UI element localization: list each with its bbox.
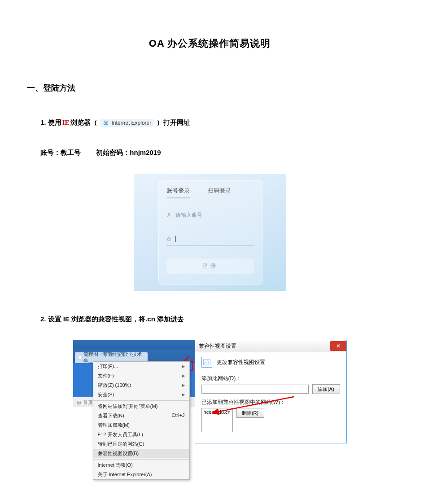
tools-menu: 打印(P)...文件(F)缩放(Z) (100%)安全(S) 将网站添加到“开始… bbox=[93, 361, 190, 480]
step-1-line: 1. 使用 IE 浏览器（ Internet Explorer ）打开网址 bbox=[40, 118, 393, 127]
menu-item-label: 将网站添加到“开始”菜单(M) bbox=[98, 403, 158, 410]
site-listbox[interactable]: hceb.edu.cn bbox=[201, 408, 233, 432]
menu-item-label: 兼容性视图设置(B) bbox=[98, 450, 139, 457]
tab-qr-login[interactable]: 扫码登录 bbox=[208, 187, 231, 198]
svg-point-2 bbox=[168, 213, 170, 215]
delete-button[interactable]: 删除(R) bbox=[236, 408, 264, 418]
login-card: 账号登录 扫码登录 请输入账号 登录 bbox=[158, 180, 262, 285]
page-icon bbox=[78, 355, 82, 360]
list-item[interactable]: hceb.edu.cn bbox=[204, 409, 231, 415]
svg-rect-3 bbox=[167, 238, 170, 241]
ie-icon bbox=[103, 120, 109, 126]
list-label: 已添加到兼容性视图中的网站(W)： bbox=[201, 399, 340, 406]
ie-badge: Internet Explorer bbox=[100, 119, 154, 127]
step1-prefix: 1. 使用 bbox=[40, 118, 61, 127]
menu-item[interactable]: 关于 Internet Explorer(A) bbox=[93, 470, 189, 479]
login-screenshot: 账号登录 扫码登录 请输入账号 登录 bbox=[134, 174, 286, 291]
lock-icon bbox=[166, 236, 172, 241]
submenu-arrow-icon bbox=[182, 373, 185, 379]
acct-label: 账号： bbox=[40, 149, 61, 156]
compat-figure: 流程图 - 海南经贸职业技术学... ⌂ ★ ◎ 首页 打印(P)...文件(F… bbox=[73, 340, 347, 443]
pwd-label: 初始密码： bbox=[96, 149, 130, 156]
menu-item-label: 缩放(Z) (100%) bbox=[98, 382, 131, 389]
menu-item-label: 管理加载项(M) bbox=[98, 422, 130, 429]
password-field[interactable] bbox=[166, 232, 254, 246]
ie-badge-text: Internet Explorer bbox=[112, 120, 152, 126]
menu-item[interactable]: 查看下载(N)Ctrl+J bbox=[93, 411, 189, 421]
compat-dialog: 兼容性视图设置 ✕ 更改兼容性视图设置 添加此网站(D)： 添加(A) 已添加到… bbox=[195, 340, 347, 443]
dialog-heading: 更改兼容性视图设置 bbox=[217, 359, 265, 366]
menu-item-label: 关于 Internet Explorer(A) bbox=[98, 471, 152, 478]
step-2-line: 2. 设置 IE 浏览器的兼容性视图，将.cn 添加进去 bbox=[40, 315, 393, 324]
dialog-titlebar: 兼容性视图设置 ✕ bbox=[195, 340, 346, 352]
add-site-label: 添加此网站(D)： bbox=[201, 375, 340, 382]
menu-accel: Ctrl+J bbox=[171, 412, 184, 419]
menu-item[interactable]: Internet 选项(O) bbox=[93, 460, 189, 470]
user-icon bbox=[166, 212, 172, 218]
menu-item[interactable]: 管理加载项(M) bbox=[93, 421, 189, 430]
username-field[interactable]: 请输入账号 bbox=[166, 208, 254, 222]
svg-rect-4 bbox=[78, 356, 81, 359]
menu-item[interactable]: 转到已固定的网站(G) bbox=[93, 439, 189, 449]
add-site-input[interactable] bbox=[201, 385, 309, 394]
dialog-title: 兼容性视图设置 bbox=[199, 342, 236, 350]
document-page: OA 办公系统操作简易说明 一、登陆方法 1. 使用 IE 浏览器（ Inter… bbox=[0, 0, 424, 504]
close-icon[interactable]: ✕ bbox=[330, 341, 346, 351]
menu-item-label: 查看下载(N) bbox=[98, 412, 124, 419]
menu-item[interactable]: 缩放(Z) (100%) bbox=[93, 381, 189, 390]
section-heading-1: 一、登陆方法 bbox=[27, 83, 393, 93]
submenu-arrow-icon bbox=[182, 391, 185, 398]
menu-item-label: 文件(F) bbox=[98, 373, 114, 379]
menu-item[interactable]: 文件(F) bbox=[93, 371, 189, 381]
menu-item[interactable]: 打印(P)... bbox=[93, 362, 189, 371]
svg-rect-7 bbox=[203, 359, 210, 365]
menu-item[interactable]: 安全(S) bbox=[93, 390, 189, 399]
ie-titlebar bbox=[73, 340, 195, 350]
menu-item[interactable]: F12 开发人员工具(L) bbox=[93, 430, 189, 439]
submenu-arrow-icon bbox=[182, 382, 185, 389]
submenu-arrow-icon bbox=[182, 363, 185, 370]
menu-item-label: Internet 选项(O) bbox=[98, 462, 133, 469]
ie-window-left: 流程图 - 海南经贸职业技术学... ⌂ ★ ◎ 首页 打印(P)...文件(F… bbox=[73, 340, 195, 443]
picture-icon bbox=[201, 357, 212, 368]
pwd-value: hnjm2019 bbox=[130, 149, 161, 156]
menu-item-label: F12 开发人员工具(L) bbox=[98, 431, 143, 438]
step1-mid1: 浏览器（ bbox=[70, 118, 97, 127]
text-cursor bbox=[175, 236, 176, 242]
svg-point-8 bbox=[208, 360, 209, 361]
home-small-icon: ◎ bbox=[77, 399, 81, 405]
credential-line: 账号：教工号 初始密码：hnjm2019 bbox=[40, 149, 393, 157]
acct-value: 教工号 bbox=[61, 149, 81, 156]
step1-mid2: ）打开网址 bbox=[157, 118, 190, 127]
document-title: OA 办公系统操作简易说明 bbox=[27, 37, 393, 50]
menu-item[interactable]: 兼容性视图设置(B) bbox=[93, 449, 189, 458]
menu-item-label: 打印(P)... bbox=[98, 363, 118, 370]
menu-item[interactable]: 将网站添加到“开始”菜单(M) bbox=[93, 402, 189, 411]
tab-account-login[interactable]: 账号登录 bbox=[166, 187, 190, 198]
login-button[interactable]: 登录 bbox=[166, 259, 254, 274]
menu-item-label: 安全(S) bbox=[98, 391, 114, 398]
add-button[interactable]: 添加(A) bbox=[312, 384, 340, 394]
home-label: 首页 bbox=[83, 399, 93, 406]
username-placeholder: 请输入账号 bbox=[175, 211, 202, 219]
menu-item-label: 转到已固定的网站(G) bbox=[98, 441, 144, 447]
ie-keyword: IE bbox=[62, 119, 70, 127]
